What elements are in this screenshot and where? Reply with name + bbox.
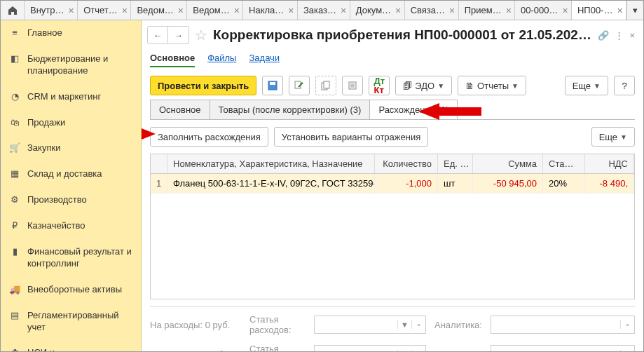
- top-tab[interactable]: 00-000…×: [515, 1, 572, 20]
- sidebar-label: Главное: [27, 27, 62, 39]
- table-cell: шт: [438, 174, 473, 193]
- tabs-dropdown[interactable]: ▾: [626, 1, 643, 20]
- sidebar-label: НСИ и администрирование: [27, 347, 132, 351]
- col-sum[interactable]: Сумма: [473, 154, 543, 173]
- related-docs-button[interactable]: [315, 76, 336, 95]
- set-variants-button[interactable]: Установить варианты отражения: [274, 127, 428, 147]
- table-cell: 20%: [543, 174, 585, 193]
- nav-forward-button[interactable]: →: [168, 26, 189, 44]
- close-icon[interactable]: ×: [563, 5, 568, 16]
- sidebar-item[interactable]: 🚚Внеоборотные активы: [1, 277, 141, 303]
- close-icon[interactable]: ×: [234, 5, 240, 16]
- income-analytics-combo[interactable]: ▫: [491, 345, 635, 351]
- tab-label: НП00-…: [577, 5, 613, 15]
- sidebar-item[interactable]: ≡Главное: [1, 20, 141, 46]
- open-icon[interactable]: ▫: [620, 350, 634, 351]
- close-icon[interactable]: ×: [178, 5, 184, 16]
- print-button[interactable]: [342, 76, 363, 95]
- top-tab[interactable]: Заказ…×: [298, 1, 350, 20]
- nav-back-button[interactable]: ←: [147, 26, 168, 44]
- fill-discrepancies-button[interactable]: Заполнить расхождения: [150, 127, 268, 147]
- top-tab[interactable]: Докум…×: [350, 1, 405, 20]
- toolbar: Провести и закрыть ДтКт 🗐ЭДО▼ 🗎Отчеты▼ Е…: [142, 72, 643, 100]
- post-and-close-button[interactable]: Провести и закрыть: [150, 76, 256, 95]
- top-tab[interactable]: Отчет…×: [78, 1, 131, 20]
- table-cell: -50 945,00: [473, 174, 543, 193]
- sidebar-item[interactable]: ✿НСИ и администрирование: [1, 340, 141, 351]
- sidebar-item[interactable]: 🛍Продажи: [1, 110, 141, 136]
- subnav-item[interactable]: Задачи: [249, 50, 280, 67]
- grid-more-button[interactable]: Еще▼: [591, 127, 635, 147]
- income-article-combo[interactable]: ▼▫: [314, 345, 426, 351]
- sidebar-label: Регламентированный учет: [27, 310, 132, 334]
- save-button[interactable]: [262, 76, 283, 95]
- sidebar-item[interactable]: ⚙Производство: [1, 187, 141, 213]
- open-icon[interactable]: ▫: [620, 320, 634, 329]
- close-icon[interactable]: ×: [288, 5, 294, 16]
- sidebar-item[interactable]: ◧Бюджетирование и планирование: [1, 46, 141, 84]
- sidebar-item[interactable]: ▮Финансовый результат и контроллинг: [1, 239, 141, 277]
- more-button[interactable]: Еще▼: [565, 76, 608, 95]
- expense-analytics-combo[interactable]: ▫: [491, 316, 635, 334]
- col-unit[interactable]: Ед. …: [438, 154, 473, 173]
- table-row[interactable]: 1Фланец 500-63-11-1-E-х-IV, 09Г2С, ГОСТ …: [151, 174, 634, 194]
- close-icon[interactable]: ×: [69, 5, 74, 16]
- chevron-down-icon[interactable]: ▼: [397, 350, 411, 351]
- col-qty[interactable]: Количество: [375, 154, 438, 173]
- favorite-star-icon[interactable]: ☆: [195, 27, 207, 43]
- list-icon: [348, 81, 357, 90]
- sidebar-icon: ⚙: [9, 194, 20, 205]
- doc-tab[interactable]: Товары (после корректировки) (3): [210, 100, 371, 119]
- reports-button[interactable]: 🗎Отчеты▼: [458, 76, 526, 95]
- sidebar-item[interactable]: 🛒Закупки: [1, 135, 141, 161]
- doc-tab[interactable]: Основное: [150, 100, 210, 119]
- sidebar-label: Склад и доставка: [27, 168, 102, 180]
- sidebar-item[interactable]: ▦Склад и доставка: [1, 161, 141, 187]
- sidebar-icon: ▮: [9, 246, 20, 257]
- close-icon[interactable]: ×: [506, 5, 512, 16]
- col-vat[interactable]: НДС: [585, 154, 634, 173]
- top-tab[interactable]: Связа…×: [405, 1, 459, 20]
- top-tab[interactable]: Накла…×: [243, 1, 298, 20]
- col-name[interactable]: Номенклатура, Характеристика, Назначение: [167, 154, 375, 173]
- close-icon[interactable]: ×: [122, 5, 128, 16]
- floppy-icon: [268, 81, 278, 90]
- chevron-down-icon[interactable]: ▼: [397, 320, 411, 329]
- sidebar-item[interactable]: ₽Казначейство: [1, 213, 141, 239]
- income-article-label: Статья доходов:: [249, 344, 306, 351]
- home-tab[interactable]: [1, 1, 25, 20]
- top-tab[interactable]: Внутр…×: [25, 1, 78, 20]
- sidebar-icon: ✿: [9, 347, 20, 351]
- top-tab[interactable]: Ведом…×: [131, 1, 187, 20]
- subnav-item[interactable]: Файлы: [207, 50, 236, 67]
- edo-button[interactable]: 🗐ЭДО▼: [395, 76, 452, 95]
- close-icon[interactable]: ×: [449, 5, 455, 16]
- sidebar-item[interactable]: ◔CRM и маркетинг: [1, 84, 141, 110]
- tab-label: Ведом…: [137, 5, 173, 15]
- top-tab[interactable]: Прием…×: [459, 1, 515, 20]
- open-icon[interactable]: ▫: [411, 320, 425, 329]
- close-icon[interactable]: ×: [617, 5, 622, 16]
- col-rate[interactable]: Ста…: [543, 154, 585, 173]
- grid-empty-area: [151, 194, 634, 299]
- help-button[interactable]: ?: [614, 76, 635, 95]
- doc-tab[interactable]: Расхождения (1): [369, 100, 458, 119]
- sidebar-item[interactable]: ▤Регламентированный учет: [1, 303, 141, 341]
- titlebar: ← → ☆ Корректировка приобретения НП00-00…: [142, 20, 643, 50]
- post-button[interactable]: [289, 76, 310, 95]
- expense-article-combo[interactable]: ▼▫: [314, 316, 426, 334]
- sidebar-label: Продажи: [27, 117, 65, 129]
- close-window-icon[interactable]: ×: [629, 30, 635, 41]
- sidebar-icon: 🛍: [9, 117, 20, 128]
- top-tab[interactable]: НП00-…×: [572, 1, 626, 20]
- link-icon[interactable]: 🔗: [598, 30, 609, 41]
- dtkt-icon: ДтКт: [374, 76, 385, 95]
- subnav-item[interactable]: Основное: [150, 50, 195, 67]
- close-icon[interactable]: ×: [341, 5, 346, 16]
- dtkt-button[interactable]: ДтКт: [369, 76, 390, 95]
- kebab-menu-icon[interactable]: ⋮: [615, 30, 624, 41]
- open-icon[interactable]: ▫: [411, 350, 425, 351]
- sidebar-icon: ₽: [9, 220, 20, 231]
- top-tab[interactable]: Ведом…×: [187, 1, 243, 20]
- close-icon[interactable]: ×: [395, 5, 401, 16]
